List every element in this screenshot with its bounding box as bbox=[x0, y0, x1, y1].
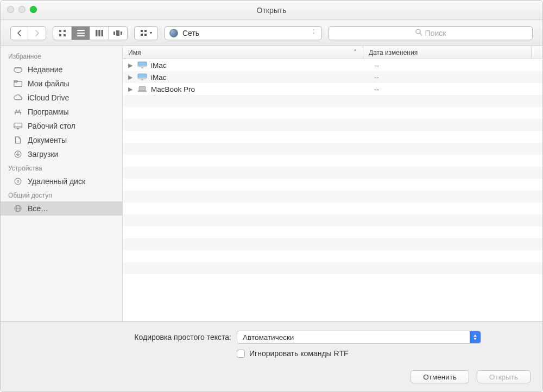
search-icon bbox=[415, 29, 422, 37]
close-button[interactable] bbox=[7, 6, 14, 13]
select-stepper-icon bbox=[470, 331, 481, 343]
coverflow-view-button[interactable] bbox=[109, 27, 127, 40]
svg-rect-5 bbox=[77, 33, 85, 34]
empty-row bbox=[123, 262, 542, 274]
folder-icon bbox=[12, 79, 23, 88]
sidebar-item-label: Программы bbox=[28, 108, 69, 116]
svg-rect-20 bbox=[15, 67, 22, 68]
sidebar-item-label: iCloud Drive bbox=[28, 93, 69, 102]
forward-button[interactable] bbox=[28, 27, 46, 40]
empty-row bbox=[123, 155, 542, 167]
empty-row bbox=[123, 131, 542, 143]
empty-row bbox=[123, 238, 542, 250]
sidebar-item-label: Недавние bbox=[28, 65, 62, 74]
svg-rect-7 bbox=[96, 30, 98, 36]
nav-buttons bbox=[10, 26, 46, 40]
search-placeholder: Поиск bbox=[425, 29, 446, 37]
svg-rect-6 bbox=[77, 35, 85, 36]
encoding-label: Кодировка простого текста: bbox=[11, 333, 231, 342]
sidebar-item-remote[interactable]: Удаленный диск bbox=[1, 174, 122, 188]
svg-rect-34 bbox=[138, 66, 147, 67]
column-date[interactable]: Дата изменения bbox=[363, 46, 532, 59]
stepper-icon: ˄˅ bbox=[310, 30, 317, 36]
icon-view-button[interactable] bbox=[53, 27, 72, 40]
minimize-button[interactable] bbox=[18, 6, 26, 13]
download-icon bbox=[12, 150, 23, 159]
sidebar-item-apps[interactable]: Программы bbox=[1, 105, 122, 119]
svg-rect-2 bbox=[59, 34, 61, 36]
empty-row bbox=[123, 95, 542, 107]
svg-rect-35 bbox=[141, 67, 143, 69]
ignore-rtf-checkbox[interactable] bbox=[237, 350, 245, 358]
empty-row bbox=[123, 214, 542, 226]
search-field[interactable]: Поиск bbox=[329, 26, 533, 40]
svg-rect-40 bbox=[138, 91, 147, 92]
encoding-select[interactable]: Автоматически bbox=[237, 331, 481, 344]
sidebar-item-icloud[interactable]: iCloud Drive bbox=[1, 91, 122, 105]
sidebar-item-desktop[interactable]: Рабочий стол bbox=[1, 119, 122, 133]
sidebar-item-all[interactable]: Все… bbox=[1, 201, 122, 216]
item-date: -- bbox=[369, 73, 542, 81]
svg-rect-11 bbox=[116, 30, 119, 36]
sidebar-item-myfiles[interactable]: Мои файлы bbox=[1, 77, 122, 91]
sidebar-item-label: Рабочий стол bbox=[28, 122, 75, 130]
empty-row bbox=[123, 119, 542, 131]
column-name[interactable]: Имя ˄ bbox=[123, 46, 363, 59]
svg-rect-12 bbox=[121, 31, 122, 35]
clock-icon bbox=[12, 65, 23, 74]
sidebar-item-label: Документы bbox=[28, 136, 67, 144]
action-buttons: Отменить Открыть bbox=[1, 365, 542, 391]
apps-icon bbox=[12, 108, 23, 116]
empty-row bbox=[123, 107, 542, 119]
svg-rect-15 bbox=[141, 34, 143, 36]
chevron-down-icon: ▾ bbox=[150, 30, 152, 35]
disclosure-triangle-icon[interactable]: ▶ bbox=[127, 86, 134, 93]
item-date: -- bbox=[369, 61, 542, 69]
sidebar-item-documents[interactable]: Документы bbox=[1, 133, 122, 147]
svg-rect-24 bbox=[14, 123, 22, 128]
disclosure-triangle-icon[interactable]: ▶ bbox=[127, 62, 134, 69]
file-list: ▶iMac--▶iMac--▶MacBook Pro-- bbox=[123, 59, 542, 321]
sidebar-item-label: Удаленный диск bbox=[28, 177, 85, 186]
cancel-button[interactable]: Отменить bbox=[411, 370, 469, 383]
content-area: Имя ˄ Дата изменения ▶iMac--▶iMac--▶MacB… bbox=[123, 46, 542, 321]
item-name: iMac bbox=[151, 61, 167, 69]
item-date: -- bbox=[369, 85, 542, 93]
disc-icon bbox=[12, 177, 23, 186]
svg-line-18 bbox=[420, 33, 422, 35]
sidebar-section-label: Общий доступ bbox=[1, 188, 122, 201]
list-view-button[interactable] bbox=[72, 27, 90, 40]
svg-rect-37 bbox=[138, 78, 147, 79]
svg-rect-10 bbox=[113, 31, 115, 35]
imac-icon bbox=[137, 73, 147, 81]
open-button[interactable]: Открыть bbox=[477, 370, 531, 383]
sidebar-item-downloads[interactable]: Загрузки bbox=[1, 147, 122, 161]
options-panel: Кодировка простого текста: Автоматически… bbox=[1, 321, 542, 365]
sidebar-item-label: Мои файлы bbox=[28, 79, 70, 88]
doc-icon bbox=[12, 136, 23, 144]
titlebar: Открыть bbox=[1, 1, 542, 20]
location-label: Сеть bbox=[182, 29, 305, 37]
list-item[interactable]: ▶MacBook Pro-- bbox=[123, 83, 542, 95]
view-mode-buttons bbox=[53, 26, 128, 40]
zoom-button[interactable] bbox=[30, 6, 37, 13]
empty-row bbox=[123, 143, 542, 155]
column-view-button[interactable] bbox=[90, 27, 109, 40]
location-popup[interactable]: Сеть ˄˅ bbox=[165, 26, 322, 40]
empty-row bbox=[123, 226, 542, 238]
svg-rect-38 bbox=[141, 79, 143, 81]
list-item[interactable]: ▶iMac-- bbox=[123, 71, 542, 83]
svg-rect-3 bbox=[64, 34, 66, 36]
sidebar-section-label: Устройства bbox=[1, 161, 122, 174]
back-button[interactable] bbox=[11, 27, 28, 40]
svg-rect-0 bbox=[59, 30, 61, 32]
sidebar-item-recents[interactable]: Недавние bbox=[1, 62, 122, 77]
traffic-lights bbox=[7, 6, 37, 13]
disclosure-triangle-icon[interactable]: ▶ bbox=[127, 74, 134, 81]
sort-asc-icon: ˄ bbox=[353, 48, 357, 56]
open-dialog: Открыть ▾ bbox=[0, 0, 543, 392]
arrange-button[interactable]: ▾ bbox=[134, 26, 158, 40]
ignore-rtf-label: Игнорировать команды RTF bbox=[249, 349, 349, 358]
desktop-icon bbox=[12, 122, 23, 130]
list-item[interactable]: ▶iMac-- bbox=[123, 59, 542, 71]
